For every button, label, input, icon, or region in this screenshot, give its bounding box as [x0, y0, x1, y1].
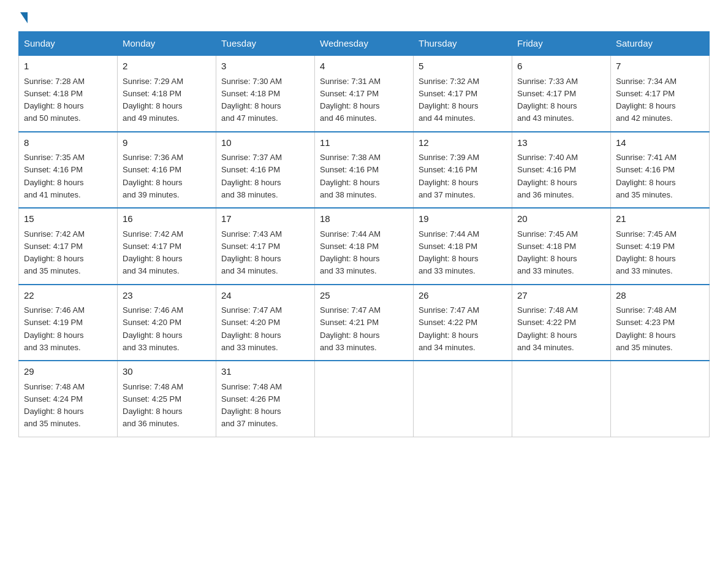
calendar-cell: 29 Sunrise: 7:48 AMSunset: 4:24 PMDaylig… — [19, 361, 118, 437]
calendar-cell: 27 Sunrise: 7:48 AMSunset: 4:22 PMDaylig… — [512, 285, 611, 361]
day-number: 3 — [221, 59, 309, 74]
day-number: 17 — [221, 212, 309, 226]
day-info: Sunrise: 7:47 AMSunset: 4:21 PMDaylight:… — [320, 305, 381, 352]
day-info: Sunrise: 7:30 AMSunset: 4:18 PMDaylight:… — [221, 77, 282, 123]
calendar-week-4: 22 Sunrise: 7:46 AMSunset: 4:19 PMDaylig… — [19, 285, 710, 361]
calendar-cell: 18 Sunrise: 7:44 AMSunset: 4:18 PMDaylig… — [315, 208, 414, 285]
calendar-cell: 24 Sunrise: 7:47 AMSunset: 4:20 PMDaylig… — [216, 285, 315, 361]
day-number: 9 — [123, 136, 211, 150]
day-number: 1 — [24, 59, 112, 74]
calendar-cell: 14 Sunrise: 7:41 AMSunset: 4:16 PMDaylig… — [611, 132, 710, 209]
day-info: Sunrise: 7:42 AMSunset: 4:17 PMDaylight:… — [24, 229, 85, 276]
calendar-cell: 16 Sunrise: 7:42 AMSunset: 4:17 PMDaylig… — [118, 208, 216, 285]
calendar-cell: 20 Sunrise: 7:45 AMSunset: 4:18 PMDaylig… — [512, 208, 611, 285]
calendar-week-5: 29 Sunrise: 7:48 AMSunset: 4:24 PMDaylig… — [19, 361, 710, 437]
calendar-cell: 22 Sunrise: 7:46 AMSunset: 4:19 PMDaylig… — [19, 285, 118, 361]
calendar-table: SundayMondayTuesdayWednesdayThursdayFrid… — [18, 31, 710, 437]
weekday-header-friday: Friday — [512, 32, 611, 56]
day-number: 13 — [517, 136, 605, 150]
calendar-cell: 26 Sunrise: 7:47 AMSunset: 4:22 PMDaylig… — [414, 285, 512, 361]
day-number: 28 — [616, 289, 704, 303]
day-number: 25 — [320, 289, 408, 303]
day-info: Sunrise: 7:42 AMSunset: 4:17 PMDaylight:… — [123, 229, 183, 276]
calendar-cell: 12 Sunrise: 7:39 AMSunset: 4:16 PMDaylig… — [414, 132, 512, 209]
day-info: Sunrise: 7:46 AMSunset: 4:19 PMDaylight:… — [24, 305, 85, 352]
weekday-header-monday: Monday — [118, 32, 216, 56]
day-number: 16 — [123, 212, 211, 226]
day-info: Sunrise: 7:48 AMSunset: 4:26 PMDaylight:… — [221, 382, 282, 429]
day-info: Sunrise: 7:48 AMSunset: 4:22 PMDaylight:… — [517, 305, 578, 352]
calendar-cell: 8 Sunrise: 7:35 AMSunset: 4:16 PMDayligh… — [19, 132, 118, 209]
day-info: Sunrise: 7:29 AMSunset: 4:18 PMDaylight:… — [123, 77, 183, 123]
day-info: Sunrise: 7:43 AMSunset: 4:17 PMDaylight:… — [221, 229, 282, 276]
day-number: 11 — [320, 136, 408, 150]
day-number: 12 — [419, 136, 507, 150]
day-info: Sunrise: 7:47 AMSunset: 4:22 PMDaylight:… — [419, 305, 479, 352]
calendar-week-1: 1 Sunrise: 7:28 AMSunset: 4:18 PMDayligh… — [19, 55, 710, 132]
day-info: Sunrise: 7:44 AMSunset: 4:18 PMDaylight:… — [320, 229, 381, 276]
day-info: Sunrise: 7:48 AMSunset: 4:23 PMDaylight:… — [616, 305, 677, 352]
day-info: Sunrise: 7:48 AMSunset: 4:24 PMDaylight:… — [24, 382, 85, 429]
day-info: Sunrise: 7:45 AMSunset: 4:19 PMDaylight:… — [616, 229, 677, 276]
calendar-cell: 9 Sunrise: 7:36 AMSunset: 4:16 PMDayligh… — [118, 132, 216, 209]
day-number: 7 — [616, 59, 704, 74]
weekday-header-tuesday: Tuesday — [216, 32, 315, 56]
day-number: 15 — [24, 212, 112, 226]
day-number: 26 — [419, 289, 507, 303]
weekday-header-saturday: Saturday — [611, 32, 710, 56]
calendar-cell: 2 Sunrise: 7:29 AMSunset: 4:18 PMDayligh… — [118, 55, 216, 132]
weekday-header-thursday: Thursday — [414, 32, 512, 56]
day-info: Sunrise: 7:45 AMSunset: 4:18 PMDaylight:… — [517, 229, 578, 276]
day-number: 29 — [24, 365, 112, 379]
day-info: Sunrise: 7:36 AMSunset: 4:16 PMDaylight:… — [123, 153, 183, 199]
calendar-cell: 6 Sunrise: 7:33 AMSunset: 4:17 PMDayligh… — [512, 55, 611, 132]
weekday-header-sunday: Sunday — [19, 32, 118, 56]
day-number: 18 — [320, 212, 408, 226]
calendar-week-2: 8 Sunrise: 7:35 AMSunset: 4:16 PMDayligh… — [19, 132, 710, 209]
day-info: Sunrise: 7:37 AMSunset: 4:16 PMDaylight:… — [221, 153, 282, 199]
day-number: 31 — [221, 365, 309, 379]
day-number: 27 — [517, 289, 605, 303]
calendar-cell: 30 Sunrise: 7:48 AMSunset: 4:25 PMDaylig… — [118, 361, 216, 437]
day-number: 6 — [517, 59, 605, 74]
calendar-cell: 10 Sunrise: 7:37 AMSunset: 4:16 PMDaylig… — [216, 132, 315, 209]
day-number: 10 — [221, 136, 309, 150]
day-number: 8 — [24, 136, 112, 150]
day-number: 19 — [419, 212, 507, 226]
calendar-cell: 3 Sunrise: 7:30 AMSunset: 4:18 PMDayligh… — [216, 55, 315, 132]
calendar-cell — [414, 361, 512, 437]
day-info: Sunrise: 7:34 AMSunset: 4:17 PMDaylight:… — [616, 77, 677, 123]
weekday-header-wednesday: Wednesday — [315, 32, 414, 56]
day-number: 4 — [320, 59, 408, 74]
day-info: Sunrise: 7:35 AMSunset: 4:16 PMDaylight:… — [24, 153, 85, 199]
calendar-cell: 15 Sunrise: 7:42 AMSunset: 4:17 PMDaylig… — [19, 208, 118, 285]
day-info: Sunrise: 7:39 AMSunset: 4:16 PMDaylight:… — [419, 153, 479, 199]
day-number: 30 — [123, 365, 211, 379]
day-info: Sunrise: 7:47 AMSunset: 4:20 PMDaylight:… — [221, 305, 282, 352]
calendar-cell — [315, 361, 414, 437]
day-info: Sunrise: 7:28 AMSunset: 4:18 PMDaylight:… — [24, 77, 85, 123]
logo-triangle-icon — [20, 12, 28, 23]
calendar-cell: 28 Sunrise: 7:48 AMSunset: 4:23 PMDaylig… — [611, 285, 710, 361]
calendar-cell: 17 Sunrise: 7:43 AMSunset: 4:17 PMDaylig… — [216, 208, 315, 285]
calendar-cell: 5 Sunrise: 7:32 AMSunset: 4:17 PMDayligh… — [414, 55, 512, 132]
day-number: 23 — [123, 289, 211, 303]
weekday-header-row: SundayMondayTuesdayWednesdayThursdayFrid… — [19, 32, 710, 56]
day-info: Sunrise: 7:40 AMSunset: 4:16 PMDaylight:… — [517, 153, 578, 199]
calendar-week-3: 15 Sunrise: 7:42 AMSunset: 4:17 PMDaylig… — [19, 208, 710, 285]
calendar-cell — [512, 361, 611, 437]
day-number: 14 — [616, 136, 704, 150]
calendar-cell: 31 Sunrise: 7:48 AMSunset: 4:26 PMDaylig… — [216, 361, 315, 437]
day-info: Sunrise: 7:31 AMSunset: 4:17 PMDaylight:… — [320, 77, 381, 123]
calendar-cell: 11 Sunrise: 7:38 AMSunset: 4:16 PMDaylig… — [315, 132, 414, 209]
day-info: Sunrise: 7:46 AMSunset: 4:20 PMDaylight:… — [123, 305, 183, 352]
day-number: 21 — [616, 212, 704, 226]
calendar-cell: 4 Sunrise: 7:31 AMSunset: 4:17 PMDayligh… — [315, 55, 414, 132]
calendar-cell: 21 Sunrise: 7:45 AMSunset: 4:19 PMDaylig… — [611, 208, 710, 285]
calendar-cell: 19 Sunrise: 7:44 AMSunset: 4:18 PMDaylig… — [414, 208, 512, 285]
day-info: Sunrise: 7:32 AMSunset: 4:17 PMDaylight:… — [419, 77, 479, 123]
day-info: Sunrise: 7:33 AMSunset: 4:17 PMDaylight:… — [517, 77, 578, 123]
day-info: Sunrise: 7:38 AMSunset: 4:16 PMDaylight:… — [320, 153, 381, 199]
day-info: Sunrise: 7:41 AMSunset: 4:16 PMDaylight:… — [616, 153, 677, 199]
calendar-cell: 25 Sunrise: 7:47 AMSunset: 4:21 PMDaylig… — [315, 285, 414, 361]
